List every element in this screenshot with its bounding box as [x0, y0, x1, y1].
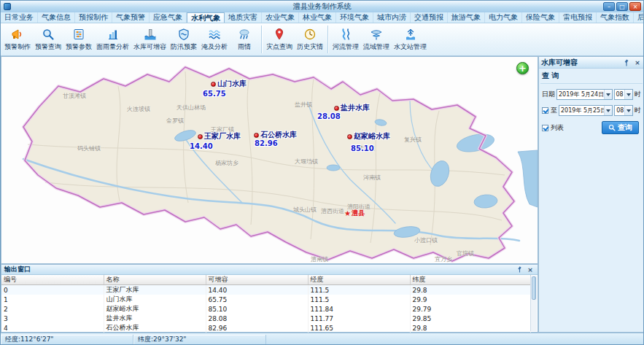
toolbar-button-basin-manage[interactable]: 流域管理 [361, 25, 392, 55]
reservoir-name-label: 盐井水库 [341, 103, 370, 113]
to-checkbox[interactable] [542, 107, 548, 114]
toolbar-button-rain-analysis[interactable]: 面雨量分析 [94, 25, 131, 55]
cell-lon: 111.84 [308, 304, 410, 314]
table-scrollbar[interactable] [530, 276, 537, 331]
pin-icon[interactable] [622, 58, 631, 67]
menu-tab-8[interactable]: 农业气象 [262, 12, 299, 23]
hour-to-select[interactable]: 08 [614, 105, 633, 116]
menu-tab-14[interactable]: 电力气象 [485, 12, 522, 23]
reservoir-value-label: 82.96 [255, 139, 278, 147]
toolbar-button-disaster-query[interactable]: 灾点查询 [264, 25, 295, 55]
pin-icon[interactable] [515, 265, 524, 274]
close-button[interactable]: × [629, 2, 641, 11]
toolbar-button-label: 灾点查询 [266, 42, 292, 52]
reservoir-marker[interactable]: 王家厂水库 [198, 131, 241, 142]
basin-manage-icon [370, 28, 383, 42]
menu-tab-15[interactable]: 保险气象 [522, 12, 559, 23]
toolbar-button-disaster-history[interactable]: 历史灾情 [295, 25, 325, 55]
reservoir-marker[interactable]: 赵家峪水库 [347, 131, 390, 142]
toolbar-button-inundation[interactable]: 淹及分析 [199, 25, 230, 55]
toolbar-button-label: 雨情 [238, 42, 251, 52]
table-row[interactable]: 3盐井水库28.08111.7729.85 [1, 314, 531, 323]
reservoir-marker[interactable]: 石公桥水库 [254, 130, 297, 140]
menu-tab-16[interactable]: 雷电预报 [559, 12, 597, 23]
menu-tab-5[interactable]: 应急气象 [150, 12, 187, 23]
star-icon: ★ [344, 210, 351, 217]
add-button[interactable]: + [516, 62, 529, 74]
reservoir-marker[interactable]: 盐井水库 [334, 103, 370, 113]
column-header-id[interactable]: 编号 [1, 275, 104, 285]
app-window: 澧县业务制作系统 – □ × 日常业务气象信息预报制作气象预警应急气象水利气象地… [0, 0, 644, 345]
toolbar-button-hydro-station[interactable]: 水文站管理 [392, 25, 429, 55]
menu-tab-10[interactable]: 环境气象 [336, 12, 373, 23]
menu-tab-3[interactable]: 预报制作 [75, 12, 112, 23]
toolbar-button-label: 水库可增容 [133, 42, 166, 52]
map-town-label: 澧南镇 [311, 255, 328, 263]
date-to-select[interactable]: 2019年 5月25日 [559, 105, 613, 116]
menu-tab-1[interactable]: 日常业务 [1, 12, 38, 23]
menu-tab-11[interactable]: 城市内涝 [373, 12, 411, 23]
toolbar-button-rain-info[interactable]: 雨情 [230, 25, 259, 55]
toolbar-button-reservoir-capacity[interactable]: 水库可增容 [131, 25, 168, 55]
reservoir-dot-icon [211, 82, 216, 87]
panel-close-icon[interactable]: × [633, 58, 642, 67]
menu-tab-7[interactable]: 地质灾害 [225, 12, 262, 23]
table-row[interactable]: 2赵家峪水库85.10111.8429.79 [1, 304, 531, 314]
cell-id: 4 [1, 323, 104, 333]
menu-tab-9[interactable]: 林业气象 [299, 12, 336, 23]
menu-tab-13[interactable]: 旅游气象 [448, 12, 485, 23]
app-logo-icon [4, 3, 11, 10]
map-town-label: 城头山镇 [293, 206, 317, 214]
table-row[interactable]: 0王家厂水库14.40111.529.8 [1, 285, 531, 295]
hydro-station-icon [404, 28, 417, 42]
cell-id: 1 [1, 295, 104, 304]
menu-tab-2[interactable]: 气象信息 [38, 12, 75, 23]
column-header-capacity[interactable]: 可增容 [206, 275, 308, 285]
column-header-lon[interactable]: 经度 [308, 275, 410, 285]
toolbar-button-river-manage[interactable]: 河流管理 [330, 25, 361, 55]
cell-lon: 111.5 [308, 285, 410, 295]
reservoir-marker[interactable]: 山门水库 [211, 79, 247, 89]
map-town-label: 盐井镇 [295, 101, 312, 109]
output-window: 输出窗口 × 编号名称可增容经度纬度 0王家厂水库14.40111.529.81… [1, 264, 538, 333]
toolbar-button-alert-params[interactable]: 预警参数 [63, 25, 94, 55]
date-from-select[interactable]: 2019年 5月24日 [556, 89, 613, 100]
map-area[interactable]: 甘溪滩镇火连坡镇天供山林场金罗镇盐井镇码头铺镇王家厂镇杨家坊乡梦溪镇复兴镇大堰垱… [1, 56, 538, 264]
menu-bar: 日常业务气象信息预报制作气象预警应急气象水利气象地质灾害农业气象林业气象环境气象… [1, 12, 643, 23]
column-header-lat[interactable]: 纬度 [410, 275, 531, 285]
toolbar-separator [261, 26, 262, 53]
toolbar-button-alert-make[interactable]: 预警制作 [2, 25, 33, 55]
menu-tab-4[interactable]: 气象预警 [112, 12, 150, 23]
table-row[interactable]: 4石公桥水库82.96111.6529.8 [1, 323, 531, 333]
window-title: 澧县业务制作系统 [1, 1, 643, 12]
list-query-row: 列表 查询 [542, 121, 643, 134]
scrollbar-thumb[interactable] [532, 276, 536, 300]
maximize-button[interactable]: □ [616, 2, 628, 11]
menu-tab-6[interactable]: 水利气象 [187, 12, 225, 23]
map-town-label: 涔南镇 [363, 174, 381, 182]
title-bar[interactable]: 澧县业务制作系统 – □ × [1, 1, 643, 12]
reservoir-value-label: 65.75 [203, 90, 226, 98]
hour-from-select[interactable]: 08 [614, 89, 634, 100]
map-town-label: 复兴镇 [404, 136, 422, 144]
minimize-button[interactable]: – [603, 2, 615, 11]
disaster-query-icon [273, 28, 286, 42]
column-header-name[interactable]: 名称 [104, 275, 206, 285]
cell-capacity: 82.96 [206, 323, 308, 333]
output-title: 输出窗口 [4, 265, 31, 274]
rain-analysis-icon [106, 28, 120, 42]
cell-name: 石公桥水库 [104, 323, 206, 333]
output-close-icon[interactable]: × [526, 265, 535, 274]
date-to-value: 2019年 5月25日 [559, 106, 604, 115]
map-town-label: 码头铺镇 [77, 144, 101, 152]
menu-tab-17[interactable]: 气象指数 [597, 12, 634, 23]
toolbar-button-alert-query[interactable]: 预警查询 [33, 25, 63, 55]
table-row[interactable]: 1山门水库65.75111.529.9 [1, 295, 531, 304]
menu-tab-18[interactable]: 后台管理 [634, 12, 643, 23]
query-button[interactable]: 查询 [602, 121, 639, 134]
list-checkbox[interactable] [542, 125, 548, 131]
menu-tab-12[interactable]: 交通预报 [411, 12, 448, 23]
cell-name: 赵家峪水库 [104, 304, 206, 314]
output-table-body: 0王家厂水库14.40111.529.81山门水库65.75111.529.92… [1, 285, 531, 333]
toolbar-button-flood-plan[interactable]: 防汛预案 [168, 25, 199, 55]
